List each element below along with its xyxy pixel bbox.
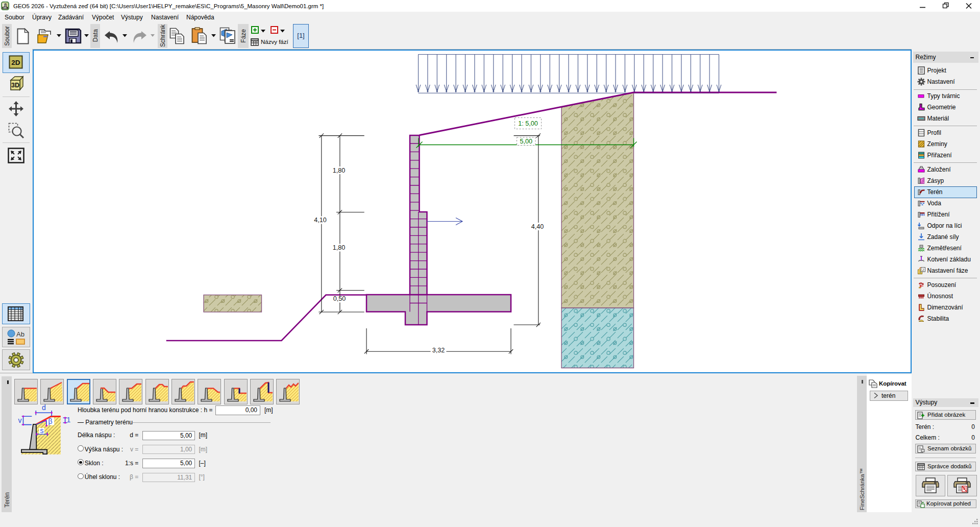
svg-text:0,50: 0,50 <box>333 295 346 302</box>
svg-text:β: β <box>48 417 53 425</box>
svg-text:1: 1 <box>919 270 921 274</box>
svg-text:1,80: 1,80 <box>333 167 346 174</box>
svg-text:2D: 2D <box>11 59 20 66</box>
svg-text:d: d <box>42 403 46 412</box>
svg-text:3D: 3D <box>11 82 19 89</box>
svg-text:5,00: 5,00 <box>520 138 532 145</box>
svg-text:2: 2 <box>922 267 924 272</box>
svg-text:3,32: 3,32 <box>432 347 445 354</box>
svg-text:Ab: Ab <box>16 330 24 338</box>
svg-text:v: v <box>18 416 22 424</box>
svg-text:1: 1 <box>67 416 71 424</box>
svg-text:1: 5,00: 1: 5,00 <box>518 120 538 127</box>
svg-text:1,80: 1,80 <box>333 244 346 251</box>
svg-text:s: s <box>40 426 44 435</box>
svg-text:4,10: 4,10 <box>314 217 327 224</box>
svg-text:4,40: 4,40 <box>531 223 544 230</box>
